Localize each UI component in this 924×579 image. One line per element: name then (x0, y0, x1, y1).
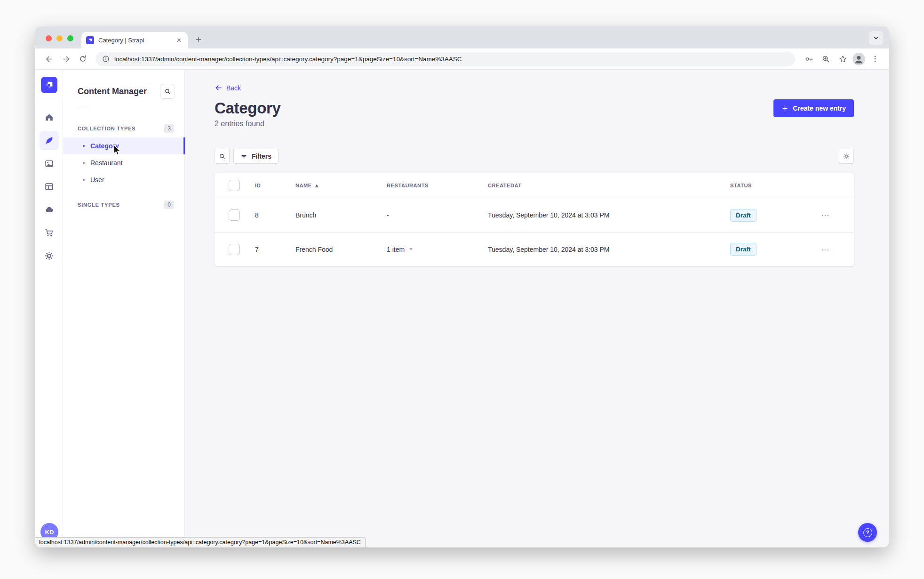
browser-window: Category | Strapi localhost:1337/admin/c… (35, 27, 889, 547)
bullet-icon (83, 145, 85, 147)
cell-restaurants: - (382, 211, 483, 219)
status-badge: Draft (730, 243, 757, 256)
subnav-item-restaurant[interactable]: Restaurant (63, 154, 184, 171)
column-header-name[interactable]: NAME▲ (291, 183, 382, 188)
subnav-item-label: Category (90, 142, 119, 150)
entries-count-text: 2 entries found (215, 120, 854, 128)
nav-content-manager-icon[interactable] (40, 131, 59, 150)
help-question-icon: ? (863, 528, 872, 537)
cell-name: Brunch (291, 211, 382, 219)
nav-deploy-cloud-icon[interactable] (40, 200, 59, 219)
subnav-item-label: User (90, 176, 104, 184)
browser-tab[interactable]: Category | Strapi (81, 32, 188, 48)
cell-id: 8 (250, 211, 291, 219)
content-manager-subnav: Content Manager COLLECTION TYPES 3 Categ… (63, 70, 185, 547)
tab-close-icon[interactable] (175, 36, 183, 44)
subnav-item-user[interactable]: User (63, 171, 184, 188)
collection-types-count-badge: 3 (164, 124, 174, 133)
browser-menu-icon[interactable] (868, 52, 882, 66)
help-button[interactable]: ? (858, 523, 877, 542)
column-header-createdat[interactable]: CREATEDAT (483, 183, 725, 188)
back-label: Back (226, 84, 241, 92)
strapi-logo[interactable] (41, 77, 57, 93)
cell-name: French Food (291, 246, 382, 253)
collection-types-list: Category Restaurant User (63, 137, 184, 188)
tab-search-chevron-button[interactable] (869, 31, 883, 45)
filters-button[interactable]: Filters (233, 149, 279, 164)
row-checkbox[interactable] (229, 244, 240, 255)
row-checkbox[interactable] (229, 209, 240, 221)
browser-toolbar: localhost:1337/admin/content-manager/col… (35, 48, 889, 70)
browser-forward-icon[interactable] (59, 52, 73, 66)
browser-back-icon[interactable] (42, 52, 56, 66)
subnav-item-label: Restaurant (90, 159, 122, 167)
site-info-icon[interactable] (102, 55, 110, 63)
entries-table: ID NAME▲ RESTAURANTS CREATEDAT STATUS 8 … (215, 173, 854, 266)
view-settings-gear-button[interactable] (839, 149, 854, 164)
strapi-favicon-icon (86, 36, 94, 44)
table-header-row: ID NAME▲ RESTAURANTS CREATEDAT STATUS (215, 173, 854, 198)
subnav-title: Content Manager (78, 87, 147, 96)
column-header-status[interactable]: STATUS (725, 183, 813, 188)
sort-asc-icon: ▲ (315, 183, 319, 188)
status-badge: Draft (730, 209, 757, 222)
caret-down-icon (408, 247, 414, 252)
cell-createdat: Tuesday, September 10, 2024 at 3:03 PM (483, 211, 725, 219)
single-types-label: SINGLE TYPES (78, 202, 120, 208)
window-close-button[interactable] (46, 35, 52, 41)
table-row-french-food[interactable]: 7 French Food 1 item Tuesday, September … (215, 232, 854, 266)
bullet-icon (83, 179, 85, 181)
nav-settings-gear-icon[interactable] (40, 246, 59, 265)
nav-content-type-builder-icon[interactable] (40, 177, 59, 196)
filters-label: Filters (252, 153, 271, 160)
column-header-restaurants[interactable]: RESTAURANTS (382, 183, 483, 188)
cell-restaurants[interactable]: 1 item (382, 246, 483, 253)
browser-tab-bar: Category | Strapi (35, 27, 889, 48)
create-new-entry-button[interactable]: Create new entry (773, 99, 854, 117)
new-tab-button[interactable] (191, 32, 206, 47)
create-button-label: Create new entry (793, 105, 846, 112)
password-key-icon[interactable] (802, 52, 816, 66)
traffic-lights (46, 35, 73, 41)
url-bar[interactable]: localhost:1337/admin/content-manager/col… (96, 52, 795, 66)
row-actions-menu-icon[interactable]: ⋯ (821, 210, 829, 220)
browser-reload-icon[interactable] (76, 52, 90, 66)
tab-title: Category | Strapi (98, 37, 171, 44)
filter-icon (240, 153, 247, 160)
nav-media-library-icon[interactable] (40, 154, 59, 173)
table-row-brunch[interactable]: 8 Brunch - Tuesday, September 10, 2024 a… (215, 198, 854, 232)
main-nav: KD (35, 70, 63, 547)
collection-types-label: COLLECTION TYPES (78, 126, 135, 131)
browser-profile-avatar[interactable] (852, 53, 865, 65)
nav-home-icon[interactable] (40, 108, 59, 127)
main-content: Back Category Create new entry 2 entries… (185, 70, 889, 547)
nav-marketplace-cart-icon[interactable] (40, 223, 59, 242)
single-types-count-badge: 0 (164, 201, 174, 209)
plus-icon (781, 105, 789, 112)
page-title: Category (215, 99, 281, 117)
subnav-divider (78, 109, 89, 109)
window-fullscreen-button[interactable] (67, 35, 73, 41)
window-minimize-button[interactable] (56, 35, 63, 41)
bullet-icon (83, 162, 85, 164)
select-all-checkbox[interactable] (229, 180, 240, 191)
column-header-id[interactable]: ID (250, 183, 291, 188)
back-link[interactable]: Back (215, 84, 241, 92)
subnav-search-button[interactable] (160, 84, 175, 99)
table-search-button[interactable] (215, 149, 230, 164)
row-actions-menu-icon[interactable]: ⋯ (821, 245, 829, 254)
strapi-app: KD Content Manager COLLECTION TYPES 3 Ca… (35, 70, 889, 547)
nav-divider (35, 100, 63, 100)
subnav-item-category[interactable]: Category (63, 137, 184, 154)
cell-id: 7 (250, 246, 291, 253)
zoom-icon[interactable] (819, 52, 833, 66)
bookmark-star-icon[interactable] (836, 52, 850, 66)
cell-createdat: Tuesday, September 10, 2024 at 3:03 PM (483, 246, 725, 253)
url-text[interactable]: localhost:1337/admin/content-manager/col… (114, 56, 462, 63)
browser-status-bar: localhost:1337/admin/content-manager/col… (35, 537, 366, 547)
